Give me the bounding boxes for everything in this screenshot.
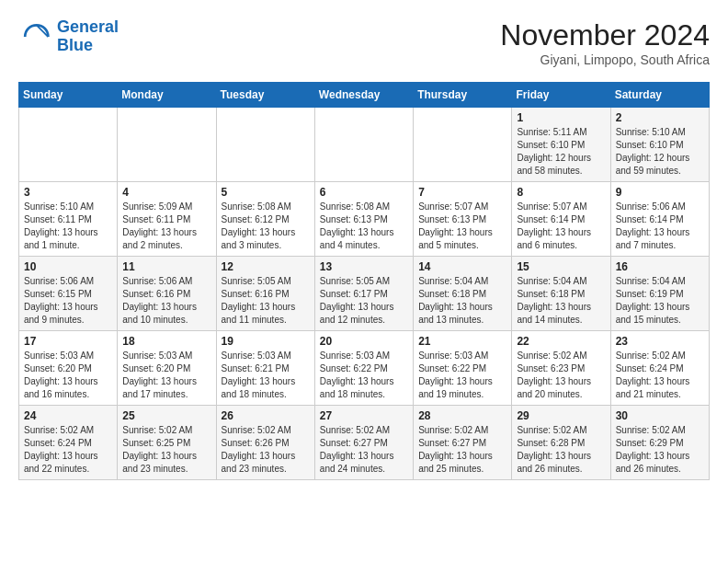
day-number: 26 — [222, 409, 310, 422]
calendar-day-cell: 22Sunrise: 5:02 AM Sunset: 6:23 PM Dayli… — [512, 331, 610, 406]
calendar-week-row: 10Sunrise: 5:06 AM Sunset: 6:15 PM Dayli… — [19, 257, 710, 331]
day-info: Sunrise: 5:02 AM Sunset: 6:23 PM Dayligh… — [517, 350, 605, 401]
day-info: Sunrise: 5:03 AM Sunset: 6:20 PM Dayligh… — [24, 350, 112, 401]
calendar-day-cell — [118, 108, 216, 182]
day-number: 13 — [320, 260, 408, 273]
day-number: 30 — [616, 409, 704, 422]
calendar-weekday-header: Wednesday — [314, 83, 413, 108]
calendar-table: SundayMondayTuesdayWednesdayThursdayFrid… — [18, 82, 710, 480]
calendar-day-cell: 8Sunrise: 5:07 AM Sunset: 6:14 PM Daylig… — [512, 182, 610, 257]
day-info: Sunrise: 5:04 AM Sunset: 6:18 PM Dayligh… — [517, 275, 605, 327]
calendar-day-cell: 21Sunrise: 5:03 AM Sunset: 6:22 PM Dayli… — [414, 331, 512, 406]
calendar-day-cell — [216, 108, 314, 182]
calendar-day-cell: 5Sunrise: 5:08 AM Sunset: 6:12 PM Daylig… — [216, 182, 314, 257]
day-info: Sunrise: 5:02 AM Sunset: 6:24 PM Dayligh… — [24, 424, 112, 476]
day-info: Sunrise: 5:04 AM Sunset: 6:18 PM Dayligh… — [418, 275, 506, 327]
calendar-day-cell — [314, 108, 413, 182]
calendar-day-cell: 17Sunrise: 5:03 AM Sunset: 6:20 PM Dayli… — [19, 331, 118, 406]
day-number: 12 — [222, 260, 310, 273]
day-info: Sunrise: 5:02 AM Sunset: 6:27 PM Dayligh… — [418, 424, 506, 476]
day-info: Sunrise: 5:05 AM Sunset: 6:16 PM Dayligh… — [222, 275, 310, 327]
logo-line2: Blue — [57, 36, 93, 54]
page-header: General Blue November 2024 Giyani, Limpo… — [18, 18, 710, 67]
calendar-day-cell: 6Sunrise: 5:08 AM Sunset: 6:13 PM Daylig… — [314, 182, 413, 257]
calendar-header-row: SundayMondayTuesdayWednesdayThursdayFrid… — [19, 83, 710, 108]
calendar-weekday-header: Friday — [512, 83, 610, 108]
day-number: 1 — [517, 111, 605, 124]
calendar-day-cell: 15Sunrise: 5:04 AM Sunset: 6:18 PM Dayli… — [512, 257, 610, 331]
calendar-weekday-header: Tuesday — [216, 83, 314, 108]
calendar-weekday-header: Saturday — [610, 83, 709, 108]
calendar-day-cell: 10Sunrise: 5:06 AM Sunset: 6:15 PM Dayli… — [19, 257, 118, 331]
day-info: Sunrise: 5:06 AM Sunset: 6:15 PM Dayligh… — [24, 275, 112, 327]
calendar-weekday-header: Thursday — [414, 83, 512, 108]
day-number: 6 — [320, 186, 408, 199]
day-number: 2 — [616, 111, 704, 124]
day-info: Sunrise: 5:08 AM Sunset: 6:13 PM Dayligh… — [320, 201, 408, 252]
day-info: Sunrise: 5:04 AM Sunset: 6:19 PM Dayligh… — [616, 275, 704, 327]
calendar-day-cell: 7Sunrise: 5:07 AM Sunset: 6:13 PM Daylig… — [414, 182, 512, 257]
day-number: 10 — [24, 260, 112, 273]
day-info: Sunrise: 5:03 AM Sunset: 6:22 PM Dayligh… — [418, 350, 506, 401]
day-number: 21 — [418, 335, 506, 348]
calendar-day-cell: 11Sunrise: 5:06 AM Sunset: 6:16 PM Dayli… — [118, 257, 216, 331]
title-block: November 2024 Giyani, Limpopo, South Afr… — [500, 18, 710, 67]
day-number: 17 — [24, 335, 112, 348]
calendar-day-cell: 23Sunrise: 5:02 AM Sunset: 6:24 PM Dayli… — [610, 331, 709, 406]
day-info: Sunrise: 5:02 AM Sunset: 6:25 PM Dayligh… — [122, 424, 210, 476]
calendar-day-cell: 9Sunrise: 5:06 AM Sunset: 6:14 PM Daylig… — [610, 182, 709, 257]
day-number: 23 — [616, 335, 704, 348]
day-info: Sunrise: 5:02 AM Sunset: 6:29 PM Dayligh… — [616, 424, 704, 476]
calendar-day-cell: 24Sunrise: 5:02 AM Sunset: 6:24 PM Dayli… — [19, 406, 118, 480]
day-number: 11 — [122, 260, 210, 273]
calendar-week-row: 3Sunrise: 5:10 AM Sunset: 6:11 PM Daylig… — [19, 182, 710, 257]
day-number: 5 — [222, 186, 310, 199]
calendar-day-cell: 26Sunrise: 5:02 AM Sunset: 6:26 PM Dayli… — [216, 406, 314, 480]
day-info: Sunrise: 5:02 AM Sunset: 6:26 PM Dayligh… — [222, 424, 310, 476]
calendar-day-cell: 20Sunrise: 5:03 AM Sunset: 6:22 PM Dayli… — [314, 331, 413, 406]
day-number: 3 — [24, 186, 112, 199]
calendar-weekday-header: Sunday — [19, 83, 118, 108]
calendar-day-cell: 27Sunrise: 5:02 AM Sunset: 6:27 PM Dayli… — [314, 406, 413, 480]
day-info: Sunrise: 5:05 AM Sunset: 6:17 PM Dayligh… — [320, 275, 408, 327]
day-info: Sunrise: 5:11 AM Sunset: 6:10 PM Dayligh… — [517, 126, 605, 178]
calendar-day-cell: 2Sunrise: 5:10 AM Sunset: 6:10 PM Daylig… — [610, 108, 709, 182]
calendar-day-cell: 12Sunrise: 5:05 AM Sunset: 6:16 PM Dayli… — [216, 257, 314, 331]
day-number: 7 — [418, 186, 506, 199]
calendar-day-cell: 28Sunrise: 5:02 AM Sunset: 6:27 PM Dayli… — [414, 406, 512, 480]
day-number: 22 — [517, 335, 605, 348]
calendar-week-row: 24Sunrise: 5:02 AM Sunset: 6:24 PM Dayli… — [19, 406, 710, 480]
day-number: 16 — [616, 260, 704, 273]
day-number: 28 — [418, 409, 506, 422]
day-number: 19 — [222, 335, 310, 348]
day-info: Sunrise: 5:02 AM Sunset: 6:24 PM Dayligh… — [616, 350, 704, 401]
logo: General Blue — [18, 18, 119, 55]
calendar-day-cell: 25Sunrise: 5:02 AM Sunset: 6:25 PM Dayli… — [118, 406, 216, 480]
day-number: 27 — [320, 409, 408, 422]
day-number: 24 — [24, 409, 112, 422]
calendar-week-row: 17Sunrise: 5:03 AM Sunset: 6:20 PM Dayli… — [19, 331, 710, 406]
day-info: Sunrise: 5:10 AM Sunset: 6:11 PM Dayligh… — [24, 201, 112, 252]
day-info: Sunrise: 5:06 AM Sunset: 6:14 PM Dayligh… — [616, 201, 704, 252]
day-info: Sunrise: 5:10 AM Sunset: 6:10 PM Dayligh… — [616, 126, 704, 178]
calendar-day-cell: 13Sunrise: 5:05 AM Sunset: 6:17 PM Dayli… — [314, 257, 413, 331]
day-number: 18 — [122, 335, 210, 348]
calendar-day-cell — [414, 108, 512, 182]
calendar-day-cell: 19Sunrise: 5:03 AM Sunset: 6:21 PM Dayli… — [216, 331, 314, 406]
calendar-body: 1Sunrise: 5:11 AM Sunset: 6:10 PM Daylig… — [19, 108, 710, 480]
logo-line1: General — [57, 17, 119, 36]
calendar-day-cell: 18Sunrise: 5:03 AM Sunset: 6:20 PM Dayli… — [118, 331, 216, 406]
calendar-day-cell: 30Sunrise: 5:02 AM Sunset: 6:29 PM Dayli… — [610, 406, 709, 480]
day-number: 29 — [517, 409, 605, 422]
calendar-day-cell: 29Sunrise: 5:02 AM Sunset: 6:28 PM Dayli… — [512, 406, 610, 480]
calendar-day-cell: 16Sunrise: 5:04 AM Sunset: 6:19 PM Dayli… — [610, 257, 709, 331]
day-info: Sunrise: 5:03 AM Sunset: 6:21 PM Dayligh… — [222, 350, 310, 401]
day-info: Sunrise: 5:07 AM Sunset: 6:14 PM Dayligh… — [517, 201, 605, 252]
calendar-day-cell: 14Sunrise: 5:04 AM Sunset: 6:18 PM Dayli… — [414, 257, 512, 331]
calendar-day-cell — [19, 108, 118, 182]
day-info: Sunrise: 5:03 AM Sunset: 6:20 PM Dayligh… — [122, 350, 210, 401]
day-number: 25 — [122, 409, 210, 422]
month-title: November 2024 — [500, 18, 710, 52]
day-info: Sunrise: 5:07 AM Sunset: 6:13 PM Dayligh… — [418, 201, 506, 252]
calendar-day-cell: 1Sunrise: 5:11 AM Sunset: 6:10 PM Daylig… — [512, 108, 610, 182]
